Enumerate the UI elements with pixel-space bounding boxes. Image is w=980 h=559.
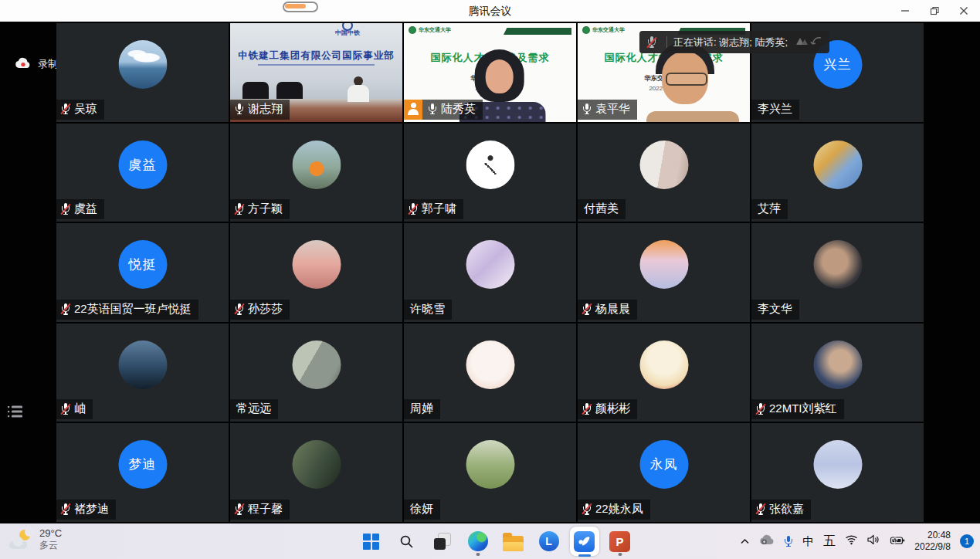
name-tag: 方子颖 xyxy=(230,199,290,219)
avatar xyxy=(466,440,514,489)
wubi-indicator[interactable]: 五 xyxy=(823,534,836,550)
participant-tile[interactable]: 22MTI刘紫红 xyxy=(751,324,924,422)
participant-tile[interactable]: 方子颖 xyxy=(230,124,402,222)
participant-grid: 吴琼 中国中铁 中铁建工集团有限公司国际事业部 谢志翔 华东交通大学 xyxy=(56,23,924,522)
mic-muted-icon xyxy=(60,103,70,115)
banner-extra-icons[interactable] xyxy=(794,35,823,49)
edge-icon xyxy=(468,531,488,551)
mic-on-icon xyxy=(582,103,592,115)
mic-muted-icon xyxy=(60,303,70,315)
avatar xyxy=(813,340,862,389)
task-view-button[interactable] xyxy=(426,526,458,557)
participant-name: 李文华 xyxy=(758,302,792,317)
participant-tile[interactable]: 悦挺 22英语国贸一班卢悦挺 xyxy=(56,223,229,322)
tencent-meeting-button[interactable] xyxy=(568,526,600,557)
lenovo-app-button[interactable]: L xyxy=(533,526,565,557)
weather-condition: 多云 xyxy=(39,539,62,552)
mic-muted-icon xyxy=(646,36,656,48)
weather-moon-cloud-icon xyxy=(9,529,32,551)
avatar-initials: 虞益 xyxy=(129,156,157,174)
tray-microphone-icon[interactable] xyxy=(783,536,793,547)
member-list-toggle[interactable] xyxy=(8,405,23,422)
participant-name: 徐妍 xyxy=(410,502,433,517)
participant-tile[interactable]: 付茜美 xyxy=(578,124,750,222)
name-tag: 许晓雪 xyxy=(404,300,452,320)
windows-logo-icon xyxy=(363,534,379,550)
participant-tile[interactable]: 常远远 xyxy=(230,324,402,422)
participant-tile[interactable]: 梦迪 褚梦迪 xyxy=(56,423,229,522)
name-tag: 22姚永凤 xyxy=(578,500,650,520)
participant-tile[interactable]: 虞益 虞益 xyxy=(56,124,229,222)
meeting-stage: 录制中 吴琼 中国中铁 中铁建工集团有限公司国际事业部 xyxy=(0,22,980,523)
participant-name: 郭子啸 xyxy=(422,202,456,216)
close-button[interactable] xyxy=(958,5,969,16)
mic-on-icon xyxy=(427,103,437,115)
avatar xyxy=(118,40,167,89)
minimize-button[interactable] xyxy=(900,5,910,16)
lenovo-app-icon: L xyxy=(539,531,559,551)
participant-tile[interactable]: 徐妍 xyxy=(404,423,576,522)
mic-muted-icon xyxy=(234,303,244,315)
participant-name: 陆秀英 xyxy=(441,102,476,117)
name-tag: 岫 xyxy=(56,399,93,419)
name-tag: 杨晨晨 xyxy=(578,300,637,320)
participant-name: 张欲嘉 xyxy=(769,502,804,517)
tray-time: 20:48 xyxy=(914,530,951,541)
participant-name: 颜彬彬 xyxy=(595,401,630,416)
mic-muted-icon xyxy=(408,203,418,215)
wifi-icon[interactable] xyxy=(845,534,858,548)
participant-tile[interactable]: 张欲嘉 xyxy=(751,423,924,522)
edge-browser-button[interactable] xyxy=(462,526,493,557)
powerpoint-button[interactable]: P xyxy=(604,526,636,557)
clock[interactable]: 20:48 2022/9/8 xyxy=(914,530,951,553)
participant-name: 杨晨晨 xyxy=(595,302,630,317)
participant-tile[interactable]: 岫 xyxy=(56,324,229,422)
mic-muted-icon xyxy=(755,503,765,515)
avatar xyxy=(813,141,862,189)
participant-tile[interactable]: 许晓雪 xyxy=(404,223,576,322)
participant-tile[interactable]: 华东交通大学 国际化人才的现状及需求 华东交通大学 2022年9月 陆秀英 xyxy=(404,23,576,122)
participant-tile[interactable]: 颜彬彬 xyxy=(578,324,750,422)
taskbar-center-icons: L P xyxy=(355,526,636,557)
participant-tile[interactable]: 吴琼 xyxy=(56,23,229,122)
notification-badge[interactable]: 1 xyxy=(960,534,974,548)
mic-muted-icon xyxy=(234,503,244,515)
participant-name: 谢志翔 xyxy=(248,102,283,117)
search-button[interactable] xyxy=(391,526,422,557)
participant-name: 艾萍 xyxy=(758,202,781,216)
hidden-icons-chevron[interactable] xyxy=(740,534,750,548)
participant-tile[interactable]: 郭子啸 xyxy=(404,124,576,222)
weather-widget[interactable]: 29°C 多云 xyxy=(9,527,62,552)
battery-charging-icon[interactable] xyxy=(890,534,905,548)
name-tag: 常远远 xyxy=(230,399,278,419)
name-tag: 22英语国贸一班卢悦挺 xyxy=(56,300,198,320)
task-view-icon xyxy=(434,533,451,550)
name-tag: 徐妍 xyxy=(404,500,440,520)
participant-tile[interactable]: 杨晨晨 xyxy=(578,223,750,322)
participant-name: 李兴兰 xyxy=(758,102,792,117)
start-button[interactable] xyxy=(355,526,387,557)
cloud-sync-icon[interactable] xyxy=(759,534,774,548)
mic-muted-icon xyxy=(755,403,765,415)
participant-name: 褚梦迪 xyxy=(74,502,109,517)
avatar xyxy=(118,340,167,389)
name-tag: 22MTI刘紫红 xyxy=(751,399,844,419)
participant-tile[interactable]: 中国中铁 中铁建工集团有限公司国际事业部 谢志翔 xyxy=(230,23,402,122)
participant-tile[interactable]: 艾萍 xyxy=(751,124,924,222)
restore-button[interactable] xyxy=(929,5,940,16)
speaker-icon[interactable] xyxy=(867,534,880,548)
participant-tile[interactable]: 周婵 xyxy=(404,324,576,422)
avatar xyxy=(639,340,688,389)
participant-name: 许晓雪 xyxy=(410,302,445,317)
participant-name: 孙莎莎 xyxy=(248,302,283,317)
avatar: 永凤 xyxy=(639,440,688,489)
participant-tile[interactable]: 孙莎莎 xyxy=(230,223,402,322)
avatar xyxy=(813,440,862,489)
participant-tile[interactable]: 李文华 xyxy=(751,223,924,322)
file-explorer-button[interactable] xyxy=(497,526,529,557)
participant-tile[interactable]: 永凤 22姚永凤 xyxy=(578,423,750,522)
person xyxy=(347,76,370,103)
participant-tile[interactable]: 程子馨 xyxy=(230,423,402,522)
ime-indicator[interactable]: 中 xyxy=(802,534,814,549)
avatar-initials: 永凤 xyxy=(650,456,678,473)
